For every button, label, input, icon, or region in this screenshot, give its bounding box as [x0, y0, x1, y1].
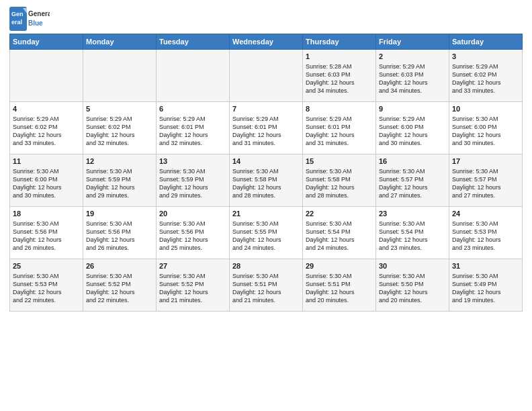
day-info: Daylight: 12 hours: [306, 184, 355, 191]
page-container: Gen eral General Blue SundayMondayTuesda…: [0, 0, 532, 317]
day-info: Sunset: 5:59 PM: [86, 176, 131, 183]
day-info: Sunset: 5:53 PM: [452, 228, 497, 235]
day-info: Sunrise: 5:30 AM: [452, 220, 498, 227]
week-row-4: 18Sunrise: 5:30 AMSunset: 5:56 PMDayligh…: [10, 207, 523, 259]
calendar-cell: 20Sunrise: 5:30 AMSunset: 5:56 PMDayligh…: [157, 207, 230, 259]
day-info: Sunset: 5:56 PM: [13, 228, 58, 235]
day-info: Sunset: 5:58 PM: [232, 176, 277, 183]
calendar-cell: 22Sunrise: 5:30 AMSunset: 5:54 PMDayligh…: [303, 207, 376, 259]
day-header-sunday: Sunday: [10, 34, 83, 50]
day-info: Sunrise: 5:30 AM: [379, 220, 425, 227]
calendar-cell: 6Sunrise: 5:29 AMSunset: 6:01 PMDaylight…: [157, 102, 230, 154]
day-info: Sunrise: 5:29 AM: [13, 116, 59, 122]
day-info: Sunset: 5:57 PM: [379, 176, 424, 183]
day-number: 18: [13, 209, 80, 219]
day-info: Sunrise: 5:30 AM: [86, 168, 132, 175]
day-info: Daylight: 12 hours: [452, 184, 501, 191]
day-number: 15: [306, 156, 373, 167]
day-info: Sunrise: 5:29 AM: [452, 63, 498, 70]
day-info: and 32 minutes.: [86, 140, 129, 146]
calendar-cell: 5Sunrise: 5:29 AMSunset: 6:02 PMDaylight…: [83, 102, 157, 154]
day-info: Sunrise: 5:30 AM: [159, 168, 206, 175]
calendar-cell: 21Sunrise: 5:30 AMSunset: 5:55 PMDayligh…: [230, 207, 303, 259]
day-number: 5: [86, 104, 153, 114]
day-header-friday: Friday: [376, 34, 449, 50]
day-info: and 29 minutes.: [86, 192, 129, 199]
svg-text:Gen: Gen: [11, 11, 24, 17]
header-row: SundayMondayTuesdayWednesdayThursdayFrid…: [10, 34, 523, 50]
day-info: Sunrise: 5:30 AM: [232, 168, 279, 175]
day-info: Daylight: 12 hours: [306, 132, 355, 138]
day-info: Sunset: 5:49 PM: [452, 281, 497, 287]
day-info: Sunrise: 5:30 AM: [452, 273, 498, 279]
day-info: and 22 minutes.: [13, 297, 56, 304]
day-info: and 30 minutes.: [452, 140, 495, 146]
calendar-cell: 4Sunrise: 5:29 AMSunset: 6:02 PMDaylight…: [10, 102, 83, 154]
day-number: 26: [86, 261, 153, 271]
day-number: 3: [452, 52, 519, 62]
header: Gen eral General Blue: [9, 7, 523, 31]
day-info: Daylight: 12 hours: [379, 79, 428, 86]
day-info: Sunset: 6:02 PM: [86, 124, 131, 130]
day-number: 21: [232, 209, 300, 219]
day-info: Sunset: 5:51 PM: [232, 281, 277, 287]
day-number: 1: [306, 52, 373, 62]
calendar-table: SundayMondayTuesdayWednesdayThursdayFrid…: [9, 34, 523, 312]
day-info: Sunrise: 5:30 AM: [306, 220, 352, 227]
day-info: and 26 minutes.: [13, 244, 56, 251]
day-info: and 33 minutes.: [13, 140, 56, 146]
day-info: Daylight: 12 hours: [379, 236, 428, 243]
day-info: and 34 minutes.: [306, 87, 349, 94]
day-info: and 27 minutes.: [379, 192, 422, 199]
day-info: Daylight: 12 hours: [379, 132, 428, 138]
day-info: Daylight: 12 hours: [452, 79, 501, 86]
calendar-cell: [230, 50, 303, 102]
day-number: 23: [379, 209, 446, 219]
day-info: Sunrise: 5:30 AM: [13, 273, 59, 279]
day-number: 24: [452, 209, 519, 219]
calendar-cell: 23Sunrise: 5:30 AMSunset: 5:54 PMDayligh…: [376, 207, 449, 259]
day-info: Daylight: 12 hours: [13, 184, 62, 191]
day-number: 25: [13, 261, 80, 271]
day-info: Daylight: 12 hours: [306, 289, 355, 295]
week-row-3: 11Sunrise: 5:30 AMSunset: 6:00 PMDayligh…: [10, 154, 523, 207]
calendar-body: 1Sunrise: 5:28 AMSunset: 6:03 PMDaylight…: [10, 50, 523, 312]
svg-text:eral: eral: [11, 19, 22, 26]
day-info: Daylight: 12 hours: [13, 289, 62, 295]
day-info: Sunset: 6:00 PM: [452, 124, 497, 130]
day-info: Sunrise: 5:29 AM: [159, 116, 206, 122]
day-info: Sunset: 6:03 PM: [306, 71, 351, 78]
svg-text:General: General: [28, 10, 50, 17]
day-info: and 32 minutes.: [159, 140, 202, 146]
day-info: Sunset: 5:55 PM: [232, 228, 277, 235]
calendar-cell: 3Sunrise: 5:29 AMSunset: 6:02 PMDaylight…: [449, 50, 523, 102]
day-info: Sunset: 5:53 PM: [13, 281, 58, 287]
day-info: Sunset: 5:52 PM: [86, 281, 131, 287]
calendar-cell: 27Sunrise: 5:30 AMSunset: 5:52 PMDayligh…: [157, 259, 230, 312]
day-number: 16: [379, 156, 446, 167]
day-info: Sunset: 5:50 PM: [379, 281, 424, 287]
day-info: Sunset: 5:59 PM: [159, 176, 204, 183]
calendar-cell: 2Sunrise: 5:29 AMSunset: 6:03 PMDaylight…: [376, 50, 449, 102]
day-info: Sunset: 6:02 PM: [452, 71, 497, 78]
day-header-wednesday: Wednesday: [230, 34, 303, 50]
day-info: Daylight: 12 hours: [13, 132, 62, 138]
day-info: Sunset: 6:01 PM: [306, 124, 351, 130]
day-info: Sunset: 5:58 PM: [306, 176, 351, 183]
day-info: and 27 minutes.: [452, 192, 495, 199]
day-info: and 20 minutes.: [306, 297, 349, 304]
calendar-cell: [157, 50, 230, 102]
day-info: and 30 minutes.: [379, 140, 422, 146]
calendar-cell: 17Sunrise: 5:30 AMSunset: 5:57 PMDayligh…: [449, 154, 523, 207]
day-info: Daylight: 12 hours: [306, 79, 355, 86]
day-number: 30: [379, 261, 446, 271]
day-number: 20: [159, 209, 226, 219]
calendar-cell: 28Sunrise: 5:30 AMSunset: 5:51 PMDayligh…: [230, 259, 303, 312]
calendar-cell: 10Sunrise: 5:30 AMSunset: 6:00 PMDayligh…: [449, 102, 523, 154]
calendar-cell: 19Sunrise: 5:30 AMSunset: 5:56 PMDayligh…: [83, 207, 157, 259]
day-info: Daylight: 12 hours: [232, 236, 281, 243]
day-info: and 21 minutes.: [159, 297, 202, 304]
calendar-cell: 9Sunrise: 5:29 AMSunset: 6:00 PMDaylight…: [376, 102, 449, 154]
day-info: and 31 minutes.: [306, 140, 349, 146]
day-info: Daylight: 12 hours: [232, 184, 281, 191]
